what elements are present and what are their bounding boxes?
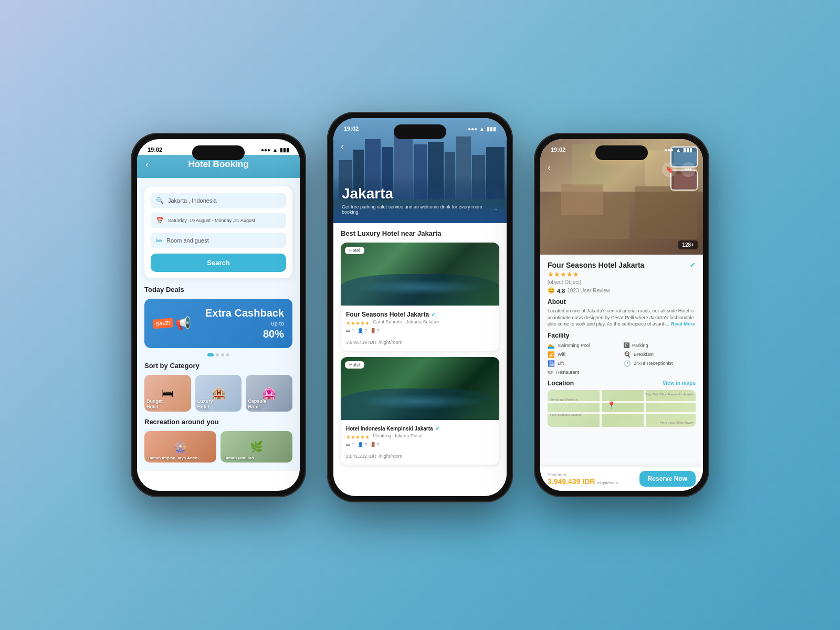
back-button-1[interactable]: ‹	[145, 159, 149, 170]
deals-banner[interactable]: SALE! 📢 Extra Cashback up to 80%	[144, 299, 292, 348]
lift-icon: 🛗	[548, 360, 555, 367]
amenity-bed-1: 🛏1	[346, 328, 354, 333]
price-value: 3.949.439 IDR /night/room	[548, 477, 618, 486]
about-text: Located on one of Jakarta's central arte…	[548, 308, 696, 328]
verified-icon-1: ✔	[431, 311, 436, 318]
facility-grid: 🏊 Swimming Pool 🅿 Parking 📶 Wifi 🍳 Break…	[548, 342, 696, 375]
view-map-link[interactable]: View in maps	[663, 380, 696, 386]
facility-pool: 🏊 Swimming Pool	[548, 342, 620, 349]
facility-receptionist: 🕐 24-Hr Receptionist	[624, 360, 696, 367]
parking-icon: 🅿	[624, 342, 629, 349]
today-deals-title: Today Deals	[144, 286, 292, 293]
location-section: Location View in maps 📍 Sogo Del Office …	[548, 380, 696, 427]
reserve-button[interactable]: Reserve Now	[639, 471, 696, 487]
map-label-2: Semanggi Museum	[550, 398, 578, 401]
location-header: Location View in maps	[548, 380, 696, 387]
rec-label-2: Taman Mini Ind...	[224, 456, 257, 460]
amenity-room-1: 🚪2	[370, 328, 380, 333]
phone1-content: 🔍 Jakarta , Indonesia 📅 Saturday ,19 Aug…	[137, 178, 300, 471]
signal-icon-1: ●●●	[261, 147, 270, 153]
map-label-3: Four Seasons Jakarta	[550, 413, 581, 416]
map-pin: 📍	[607, 401, 616, 410]
price-bar: Start from 3.949.439 IDR /night/room Res…	[540, 466, 703, 491]
wifi-icon-1: ▲	[272, 147, 278, 153]
stars-1: ★★★★★	[346, 320, 370, 326]
pool-lights-2	[356, 394, 484, 410]
wifi-facility-icon: 📶	[548, 351, 555, 358]
date-field[interactable]: 📅 Saturday ,19 August - Monday ,21 Augus…	[151, 213, 286, 228]
phone-2: 19:02 ●●● ▲ ▮▮▮	[327, 112, 513, 502]
hotel-price-1: 3.949.439 IDR /night/room	[346, 337, 494, 345]
price-info: Start from 3.949.439 IDR /night/room	[548, 472, 618, 486]
recreation-title: Recreation around you	[144, 418, 292, 426]
hotel-amenities-1: 🛏1 👤2 🚪2	[346, 328, 494, 333]
calendar-icon: 📅	[156, 217, 164, 224]
hotel-card-1[interactable]: Hotel Four Seasons Hotel Jakarta ✔ ★★★★★…	[341, 243, 499, 351]
room-icon: 🛏	[156, 237, 162, 244]
bookmark-button[interactable]: 🔖	[662, 162, 677, 177]
battery-icon-2: ▮▮▮	[487, 126, 496, 132]
search-button[interactable]: Search	[151, 254, 286, 272]
more-button[interactable]: •••	[681, 162, 696, 177]
battery-icon-1: ▮▮▮	[280, 147, 289, 153]
phone-3: 19:02 ●●● ▲ ▮▮▮	[534, 133, 709, 497]
category-capsule[interactable]: 🏩 CapsuleHotel	[246, 375, 292, 412]
map-road-v1	[600, 390, 602, 427]
photo-count: 128+	[678, 240, 698, 249]
facility-restaurant: 🍽 Restaurant	[548, 369, 620, 375]
facility-wifi: 📶 Wifi	[548, 351, 620, 358]
amenity-person-1: 👤2	[358, 328, 367, 333]
rec-item-2[interactable]: 🌿 Taman Mini Ind...	[220, 431, 292, 463]
category-luxury[interactable]: 🏨 LuxuryHotel	[195, 375, 242, 412]
hotel-main-name: Four Seasons Hotel Jakarta	[548, 261, 644, 269]
pool-label: Swimming Pool	[558, 343, 590, 348]
hotel-stars-row: ★★★★★	[548, 270, 696, 278]
back-button-3[interactable]: ‹	[548, 162, 551, 173]
page-title-1: Hotel Booking	[188, 159, 248, 170]
room-field[interactable]: 🛏 Room and guest	[151, 233, 286, 248]
hotel-price-2: 2.841.232 IDR /night/room	[346, 450, 494, 459]
location-field[interactable]: 🔍 Jakarta , Indonesia	[151, 193, 286, 208]
dynamic-island-2	[394, 124, 446, 139]
dot-3	[221, 353, 224, 356]
status-icons-1: ●●● ▲ ▮▮▮	[261, 147, 289, 153]
hotel-card-body-1: Four Seasons Hotel Jakarta ✔ ★★★★★ Gatot…	[341, 306, 499, 351]
date-input: Saturday ,19 August - Monday ,21 August	[168, 218, 255, 223]
rec-item-1[interactable]: 🎡 Taman Impian Jaya Ancol	[144, 431, 216, 463]
luxury-label: LuxuryHotel	[197, 398, 213, 410]
map-label-4: Petra Jaya Office Tower	[660, 421, 693, 424]
location-input: Jakarta , Indonesia	[168, 197, 217, 204]
parking-label: Parking	[632, 343, 648, 348]
facility-lift: 🛗 Lift	[548, 360, 620, 367]
restaurant-label: Restaurant	[556, 370, 579, 375]
hotel-loc-1: Gatot Subroto , Jakarta Selatan	[373, 319, 439, 324]
signal-icon-3: ●●●	[664, 147, 674, 153]
back-button-2[interactable]: ‹	[341, 141, 344, 152]
hotel-name-2: Hotel Indonesia Kempinski Jakarta	[346, 426, 433, 432]
budget-label: BudgetHotel	[146, 398, 163, 410]
receptionist-label: 24-Hr Receptionist	[634, 361, 673, 366]
hotel-card-2[interactable]: Hotel Hotel Indonesia Kempinski Jakarta …	[341, 357, 499, 465]
map-bg: 📍 Sogo Del Office Towers & Lifestyle Sem…	[548, 390, 696, 427]
read-more-link[interactable]: Read More	[671, 321, 695, 327]
map-container[interactable]: 📍 Sogo Del Office Towers & Lifestyle Sem…	[548, 390, 696, 427]
hotel-main-location: [object Object]	[548, 279, 696, 285]
receptionist-icon: 🕐	[624, 360, 631, 367]
rec-label-1: Taman Impian Jaya Ancol	[148, 456, 198, 460]
search-icon: 🔍	[156, 197, 164, 204]
verified-icon-2: ✔	[435, 425, 440, 432]
sale-icon: SALE! 📢	[153, 316, 191, 331]
review-count: 1023 User Review	[567, 288, 610, 293]
map-label-1: Sogo Del Office Towers & Lifestyle	[645, 393, 693, 396]
category-title: Sort by Category	[144, 362, 292, 370]
phone3-actions: 🔖 •••	[662, 162, 696, 177]
map-road-h1	[548, 401, 696, 403]
facility-parking: 🅿 Parking	[624, 342, 696, 349]
wifi-icon-3: ▲	[676, 147, 681, 153]
category-budget[interactable]: 🛏 BudgetHotel	[144, 375, 191, 412]
dynamic-island-3	[595, 145, 648, 160]
signal-icon-2: ●●●	[468, 126, 477, 132]
amenity-room-2: 🚪2	[370, 442, 380, 447]
price-unit: /night/room	[597, 480, 618, 485]
carousel-dots	[144, 353, 292, 356]
